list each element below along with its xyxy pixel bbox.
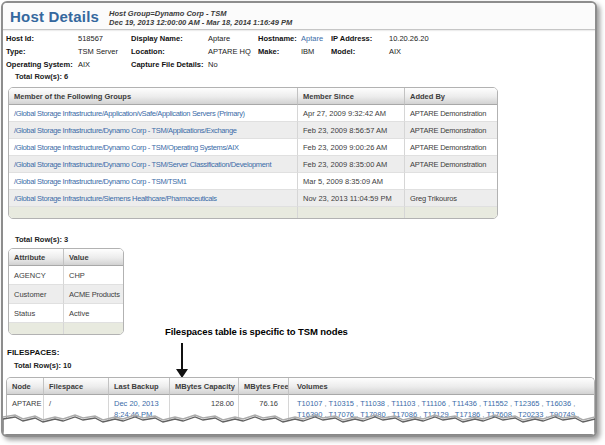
mbytes-capacity-cell: 128.00: [169, 395, 238, 435]
attribute-column-header: Attribute: [9, 249, 63, 266]
volume-link[interactable]: T11552: [483, 399, 508, 408]
make-label: Make:: [258, 47, 301, 60]
volume-link[interactable]: T10107: [297, 399, 322, 408]
last-backup-link[interactable]: Dec 20, 2013 8:24:46 PM: [114, 399, 159, 419]
groups-column-header: Member of the Following Groups: [9, 88, 297, 105]
volume-link[interactable]: T17076: [329, 410, 354, 419]
filespaces-table: Node Filespace Last Backup MBytes Capaci…: [6, 377, 595, 435]
attribute-row: AGENCY CHP: [9, 266, 123, 285]
group-row: /Global Storage Infrastructure/Siemens H…: [9, 190, 497, 207]
model-label: Model:: [331, 47, 389, 60]
os-value: AIX: [78, 60, 131, 73]
volume-separator: ,: [575, 410, 579, 419]
volume-link[interactable]: T17086: [392, 410, 417, 419]
volume-link[interactable]: T11103: [391, 399, 415, 408]
volume-link[interactable]: T12365: [514, 399, 539, 408]
volume-link[interactable]: T17186: [455, 410, 480, 419]
value-column-header: Value: [63, 249, 123, 266]
volume-link[interactable]: T11038: [360, 399, 385, 408]
capture-details-label: Capture File Details:: [131, 60, 208, 73]
mbytes-capacity-column-header: MBytes Capacity: [169, 378, 238, 395]
attribute-value-cell: Active: [63, 304, 123, 323]
attribute-row: Status Active: [9, 304, 123, 323]
member-since-cell: Apr 27, 2009 9:32:42 AM: [297, 105, 404, 122]
group-row: /Global Storage Infrastructure/Dynamo Co…: [9, 139, 497, 156]
host-info-panel: Host Id: 518567 Display Name: Aptare Hos…: [6, 34, 593, 73]
volume-link[interactable]: T17608: [486, 410, 511, 419]
attribute-name-cell: AGENCY: [9, 266, 63, 285]
date-range: Dec 19, 2013 12:00:00 AM - Mar 18, 2014 …: [109, 18, 292, 27]
display-name-value: Aptare: [208, 34, 258, 47]
group-link[interactable]: /Global Storage Infrastructure/Dynamo Co…: [14, 126, 237, 135]
filespace-cell: /: [43, 395, 108, 435]
group-row: /Global Storage Infrastructure/Dynamo Co…: [9, 156, 497, 173]
added-by-cell: Greg Trikouros: [404, 190, 497, 207]
member-since-cell: Feb 23, 2009 8:35:00 AM: [297, 156, 404, 173]
host-id-value: 518567: [78, 34, 131, 47]
groups-table: Member of the Following Groups Member Si…: [8, 87, 498, 219]
node-cell: APTARE: [7, 395, 43, 435]
make-value: IBM: [301, 47, 331, 60]
added-by-cell: APTARE Demonstration: [404, 105, 497, 122]
attribute-value-cell: CHP: [63, 266, 123, 285]
added-by-cell: [404, 173, 497, 190]
filespace-row: APTARE / Dec 20, 2013 8:24:46 PM 128.00 …: [7, 395, 594, 435]
volumes-column-header: Volumes: [288, 378, 594, 395]
group-link[interactable]: /Global Storage Infrastructure/Applicati…: [14, 109, 245, 118]
host-id-label: Host Id:: [6, 34, 78, 47]
volume-link[interactable]: T16390: [297, 410, 322, 419]
group-link[interactable]: /Global Storage Infrastructure/Siemens H…: [14, 194, 217, 203]
member-since-cell: Feb 23, 2009 8:56:57 AM: [297, 122, 404, 139]
report-scope: Host Group=Dynamo Corp - TSM Dec 19, 201…: [109, 8, 292, 27]
attributes-table: Attribute Value AGENCY CHP Customer ACME…: [8, 248, 124, 335]
added-by-cell: APTARE Demonstration: [404, 156, 497, 173]
down-arrow: [181, 343, 183, 370]
member-since-column-header: Member Since: [297, 88, 404, 105]
group-row: /Global Storage Infrastructure/Applicati…: [9, 105, 497, 122]
attribute-row: Customer ACME Products: [9, 285, 123, 304]
volumes-cell: T10107 , T10315 , T11038 , T11103 , T111…: [288, 395, 594, 435]
node-column-header: Node: [7, 378, 43, 395]
ip-address-label: IP Address:: [331, 34, 389, 47]
attribute-name-cell: Customer: [9, 285, 63, 304]
added-by-cell: APTARE Demonstration: [404, 122, 497, 139]
mbytes-free-column-header: MBytes Free: [238, 378, 288, 395]
mbytes-free-cell: 76.16: [238, 395, 288, 435]
report-window: Host Details Host Group=Dynamo Corp - TS…: [1, 1, 597, 437]
hostname-label: Hostname:: [258, 34, 301, 47]
volume-separator: ,: [571, 399, 575, 408]
volume-link[interactable]: T90749: [550, 410, 575, 419]
volume-link[interactable]: T20233: [518, 410, 543, 419]
attribute-value-cell: ACME Products: [63, 285, 123, 304]
volume-link[interactable]: T11106: [422, 399, 446, 408]
display-name-label: Display Name:: [131, 34, 208, 47]
attributes-total-rows: Total Row(s): 3: [15, 235, 68, 244]
groups-total-rows: Total Row(s): 6: [15, 72, 68, 81]
volume-link[interactable]: T17129: [423, 410, 448, 419]
filespace-column-header: Filespace: [43, 378, 108, 395]
member-since-cell: Mar 5, 2009 8:35:09 AM: [297, 173, 404, 190]
group-row: /Global Storage Infrastructure/Dynamo Co…: [9, 122, 497, 139]
type-label: Type:: [6, 47, 78, 60]
volume-link[interactable]: T11436: [452, 399, 477, 408]
volume-link[interactable]: T10315: [329, 399, 354, 408]
hostname-link[interactable]: Aptare: [301, 34, 323, 43]
capture-details-value: No: [208, 60, 258, 73]
annotation-text: Filespaces table is specific to TSM node…: [165, 326, 348, 337]
member-since-cell: Nov 23, 2013 11:04:59 PM: [297, 190, 404, 207]
group-row: /Global Storage Infrastructure/Dynamo Co…: [9, 173, 497, 190]
volume-link[interactable]: T16036: [546, 399, 571, 408]
host-group-scope: Host Group=Dynamo Corp - TSM: [109, 9, 226, 18]
volume-link[interactable]: T17080: [360, 410, 385, 419]
filespaces-label: FILESPACES:: [7, 348, 59, 357]
group-link[interactable]: /Global Storage Infrastructure/Dynamo Co…: [14, 160, 271, 169]
added-by-column-header: Added By: [404, 88, 497, 105]
page-title: Host Details: [10, 8, 99, 25]
group-link[interactable]: /Global Storage Infrastructure/Dynamo Co…: [14, 143, 239, 152]
location-value: APTARE HQ: [208, 47, 258, 60]
volume-link[interactable]: T90836: [297, 421, 322, 430]
group-link[interactable]: /Global Storage Infrastructure/Dynamo Co…: [14, 177, 187, 186]
last-backup-column-header: Last Backup: [108, 378, 169, 395]
attribute-name-cell: Status: [9, 304, 63, 323]
location-label: Location:: [131, 47, 208, 60]
